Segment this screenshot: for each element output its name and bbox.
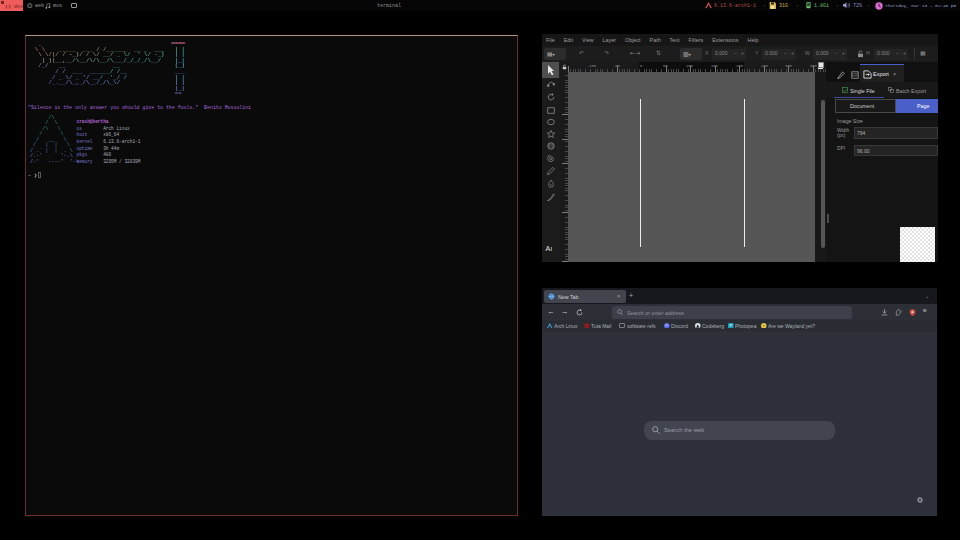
svg-text:P: P bbox=[729, 323, 732, 328]
